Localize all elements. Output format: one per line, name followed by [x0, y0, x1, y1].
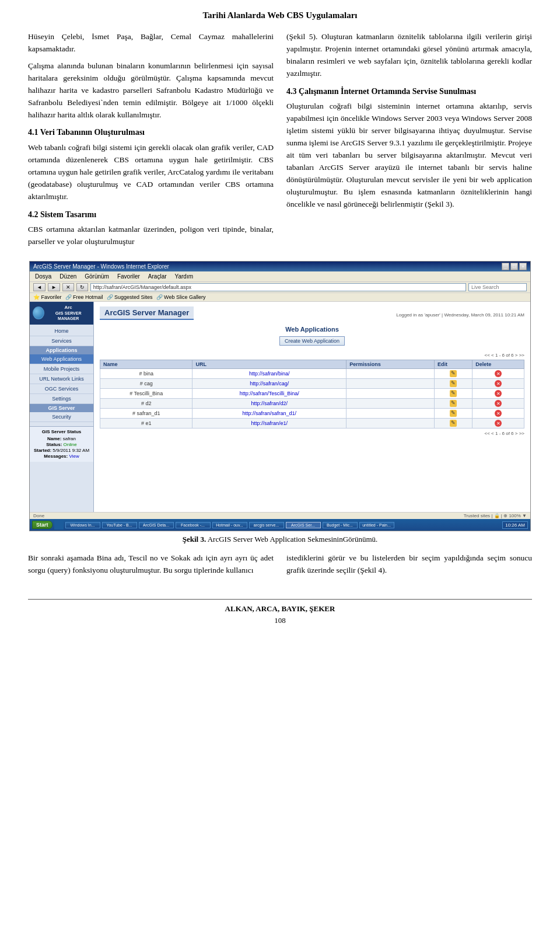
nav-services[interactable]: Services: [30, 336, 93, 346]
app-delete-cag[interactable]: ✕: [473, 379, 524, 389]
nav-mobile-projects[interactable]: Mobile Projects: [30, 364, 93, 374]
arcgis-sidebar: ArcGIS SERVER MANAGER Home Services Appl…: [30, 302, 94, 512]
page-title: Tarihi Alanlarda Web CBS Uygulamaları: [28, 11, 532, 20]
start-button[interactable]: Start: [32, 521, 52, 529]
app-edit-bina[interactable]: ✎: [434, 369, 472, 379]
app-permissions-tescilli: [346, 389, 435, 399]
back-button[interactable]: ◄: [33, 283, 46, 291]
nav-gis-server-header: GIS Server: [30, 404, 93, 412]
minimize-button[interactable]: _: [502, 263, 509, 270]
app-delete-safran-d1[interactable]: ✕: [473, 409, 524, 419]
app-permissions-bina: [346, 369, 435, 379]
app-url-d2[interactable]: http://safran/d2/: [192, 399, 346, 409]
table-row: # bina http://safran/bina/ ✎ ✕: [100, 369, 524, 379]
gis-server-status: GIS Server Status Name: safran Status: O…: [30, 426, 93, 462]
pagination-bottom: << < 1 - 6 of 6 > >>: [100, 431, 524, 436]
left-heading2: 4.2 Sistem Tasarımı: [28, 209, 274, 221]
forward-button[interactable]: ►: [48, 283, 60, 291]
web-slice-gallery-link[interactable]: 🔗 Web Slice Gallery: [156, 294, 206, 300]
app-edit-e1[interactable]: ✎: [434, 419, 472, 429]
status-started: Started: 5/9/2011 9:32 AM: [33, 448, 90, 453]
right-para1: (Şekil 5). Oluşturan katmanların öznitel…: [286, 31, 532, 80]
browser-title-label: ArcGIS Server Manager - Windows Internet…: [33, 263, 169, 270]
suggested-sites-link[interactable]: 🔗 Suggested Sites: [107, 294, 153, 300]
menu-file[interactable]: Dosya: [33, 273, 53, 280]
logged-in-info: Logged in as 'apuser' | Wednesday, March…: [396, 312, 524, 318]
col-permissions: Permissions: [346, 360, 435, 369]
search-bar[interactable]: [468, 283, 527, 291]
table-row: # cag http://safran/cag/ ✎ ✕: [100, 379, 524, 389]
app-delete-tescilli[interactable]: ✕: [473, 389, 524, 399]
col-name: Name: [100, 360, 192, 369]
left-heading1: 4.1 Veri Tabanının Oluşturulması: [28, 127, 274, 138]
refresh-button[interactable]: ↻: [76, 283, 88, 291]
create-web-application-button[interactable]: Create Web Application: [279, 336, 345, 346]
app-edit-d2[interactable]: ✎: [434, 399, 472, 409]
nav-home[interactable]: Home: [30, 326, 93, 336]
app-url-safran-d1[interactable]: http://safran/safran_d1/: [192, 409, 346, 419]
browser-titlebar: ArcGIS Server Manager - Windows Internet…: [30, 262, 530, 271]
address-bar[interactable]: [90, 283, 466, 291]
favorites-label: ⭐ Favoriler: [33, 294, 62, 300]
free-hotmail-link[interactable]: 🔗 Free Hotmail: [65, 294, 103, 300]
left-column: Hüseyin Çelebi, İsmet Paşa, Bağlar, Cema…: [28, 31, 274, 253]
nav-security[interactable]: Security: [30, 412, 93, 422]
status-left: Done: [33, 513, 44, 518]
taskbar-item-8[interactable]: Budget - Mic...: [323, 522, 358, 528]
app-edit-tescilli[interactable]: ✎: [434, 389, 472, 399]
left-para4: CBS ortamına aktarılan katmanlar üzerind…: [28, 224, 274, 248]
figure-caption-bold: Şekil 3.: [183, 535, 206, 544]
left-para3: Web tabanlı coğrafi bilgi sistemi için g…: [28, 142, 274, 203]
app-name-cag: # cag: [100, 379, 192, 389]
table-row: # safran_d1 http://safran/safran_d1/ ✎ ✕: [100, 409, 524, 419]
taskbar-item-2[interactable]: YouTube - B...: [102, 522, 137, 528]
figure-3: ArcGIS Server Manager - Windows Internet…: [28, 261, 532, 544]
app-url-e1[interactable]: http://safran/e1/: [192, 419, 346, 429]
taskbar-item-5[interactable]: Hotmail - ouv...: [212, 522, 247, 528]
app-delete-e1[interactable]: ✕: [473, 419, 524, 429]
main-header-row: ArcGIS Server Manager Logged in as 'apus…: [100, 306, 524, 323]
app-name-bina: # bina: [100, 369, 192, 379]
nav-url-network-links[interactable]: URL Network Links: [30, 374, 93, 384]
left-para1: Hüseyin Çelebi, İsmet Paşa, Bağlar, Cema…: [28, 31, 274, 55]
arcgis-main-content: ArcGIS Server Manager Logged in as 'apus…: [94, 302, 530, 512]
maximize-button[interactable]: □: [510, 263, 518, 270]
app-edit-safran-d1[interactable]: ✎: [434, 409, 472, 419]
taskbar-item-6[interactable]: arcgis serve...: [249, 522, 284, 528]
right-para2: Oluşturulan coğrafi bilgi sisteminin int…: [286, 100, 532, 210]
nav-ogc-services[interactable]: OGC Services: [30, 384, 93, 394]
browser-window-controls[interactable]: _ □ ×: [502, 263, 527, 270]
app-url-bina[interactable]: http://safran/bina/: [192, 369, 346, 379]
left-para2: Çalışma alanında bulunan binaların konum…: [28, 60, 274, 121]
close-button[interactable]: ×: [519, 263, 527, 270]
taskbar-item-4[interactable]: Facebook -...: [176, 522, 211, 528]
app-name-d2: # d2: [100, 399, 192, 409]
col-edit: Edit: [434, 360, 472, 369]
arcgis-main-header: ArcGIS Server Manager: [100, 306, 194, 320]
menu-edit[interactable]: Düzen: [58, 273, 78, 280]
menu-view[interactable]: Görünüm: [83, 273, 111, 280]
nav-settings[interactable]: Settings: [30, 394, 93, 404]
nav-web-applications[interactable]: Web Applications: [30, 354, 93, 364]
status-header: GIS Server Status: [33, 429, 90, 434]
app-edit-cag[interactable]: ✎: [434, 379, 472, 389]
app-url-tescilli[interactable]: http://safran/Tescilli_Bina/: [192, 389, 346, 399]
footer-content: ALKAN, ARCA, BAYIK, ŞEKER 108: [28, 604, 532, 625]
arcgis-globe-icon: [33, 306, 44, 319]
browser-toolbar: ◄ ► ✕ ↻: [30, 282, 530, 293]
menu-help[interactable]: Yardım: [173, 273, 195, 280]
menu-tools[interactable]: Araçlar: [146, 273, 169, 280]
taskbar-item-9[interactable]: untitled - Pain...: [359, 522, 394, 528]
app-permissions-d2: [346, 399, 435, 409]
page-footer: ALKAN, ARCA, BAYIK, ŞEKER 108: [28, 599, 532, 625]
app-delete-bina[interactable]: ✕: [473, 369, 524, 379]
menu-favorites[interactable]: Favoriler: [116, 273, 142, 280]
taskbar-item-7[interactable]: ArcGIS Ser...: [286, 522, 321, 528]
bottom-left-para1: Bir sonraki aşamada Bina adı, Tescil no …: [28, 552, 274, 577]
app-delete-d2[interactable]: ✕: [473, 399, 524, 409]
taskbar-item-3[interactable]: ArcGIS Deta...: [139, 522, 174, 528]
browser-title-text: ArcGIS Server Manager - Windows Internet…: [33, 263, 169, 270]
taskbar-item-1[interactable]: Windows In...: [65, 522, 100, 528]
app-url-cag[interactable]: http://safran/cag/: [192, 379, 346, 389]
stop-button[interactable]: ✕: [62, 283, 74, 291]
